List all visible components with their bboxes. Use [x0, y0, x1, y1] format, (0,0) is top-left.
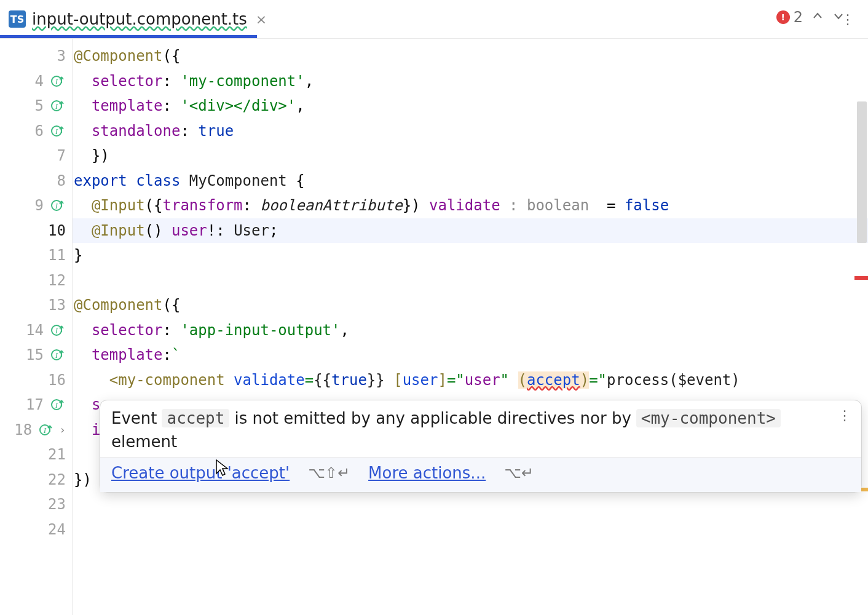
gutter-row[interactable]: 5I — [0, 93, 72, 119]
line-number: 4 — [35, 73, 44, 90]
code-line: selector: 'app-input-output', — [73, 318, 868, 343]
code-line: selector: 'my-component', — [73, 69, 868, 94]
gutter-row[interactable]: 17I — [0, 392, 72, 418]
popup-kebab-icon[interactable]: ⋮ — [838, 408, 851, 423]
line-number: 9 — [35, 197, 44, 214]
code-line: } — [73, 243, 868, 268]
line-number: 23 — [48, 496, 66, 513]
line-number: 15 — [26, 346, 44, 363]
line-number: 18 — [14, 421, 32, 438]
gutter-row[interactable]: 12 — [0, 268, 72, 293]
line-number: 24 — [48, 521, 66, 538]
svg-text:I: I — [43, 426, 47, 435]
line-number: 13 — [48, 296, 66, 314]
tab[interactable]: TS input-output.component.ts × — [0, 0, 278, 38]
implement-icon[interactable]: I — [49, 73, 66, 90]
implement-icon[interactable]: I — [49, 97, 66, 114]
code-line — [73, 492, 868, 517]
gutter-row[interactable]: 10 — [0, 218, 72, 244]
gutter-row[interactable]: 9I — [0, 193, 72, 218]
cursor-icon — [214, 459, 230, 480]
code-line: @Component({ — [73, 293, 868, 318]
code-line: export class MyComponent { — [73, 169, 868, 194]
inspections-widget[interactable]: ! 2 — [776, 9, 845, 26]
line-number: 8 — [57, 172, 66, 189]
line-number: 7 — [57, 147, 66, 164]
gutter-row[interactable]: 4I — [0, 69, 72, 94]
gutter-row[interactable]: 21 — [0, 442, 72, 467]
gutter-row[interactable]: 8 — [0, 169, 72, 194]
gutter-row[interactable]: 23 — [0, 492, 72, 517]
gutter-row[interactable]: 18I› — [0, 418, 72, 443]
line-number: 12 — [48, 272, 66, 289]
code-chip: accept — [162, 409, 229, 427]
implement-icon[interactable]: I — [49, 197, 66, 214]
svg-text:I: I — [55, 127, 58, 136]
quickfix-more-actions[interactable]: More actions... — [368, 464, 486, 482]
gutter-row[interactable]: 7 — [0, 143, 72, 169]
line-number: 3 — [57, 47, 66, 65]
svg-text:I: I — [55, 351, 58, 360]
code-line: template: '<div></div>', — [73, 93, 868, 119]
tab-active-underline — [0, 35, 257, 38]
scrollbar-thumb[interactable] — [857, 101, 867, 243]
gutter-row[interactable]: 3 — [0, 44, 72, 69]
code-line: standalone: true — [73, 119, 868, 144]
error-icon: ! — [776, 10, 790, 24]
code-line: }) — [73, 143, 868, 169]
svg-text:I: I — [55, 77, 58, 86]
svg-text:I: I — [55, 400, 58, 410]
line-number: 17 — [26, 396, 44, 413]
code-line: template:` — [73, 343, 868, 368]
gutter-row[interactable]: 15I — [0, 343, 72, 368]
code-line — [73, 268, 868, 293]
implement-icon[interactable]: I — [37, 421, 54, 438]
gutter-row[interactable]: 11 — [0, 243, 72, 268]
quickfix-create-output[interactable]: Create output 'accept' — [111, 464, 290, 482]
marker-bar[interactable] — [854, 40, 868, 615]
next-problem-icon[interactable] — [832, 10, 845, 25]
implement-icon[interactable]: I — [49, 122, 66, 140]
prev-problem-icon[interactable] — [811, 10, 824, 25]
gutter-row[interactable]: 22 — [0, 467, 72, 493]
error-marker[interactable] — [854, 276, 868, 280]
fold-icon[interactable]: › — [59, 423, 66, 436]
svg-text:I: I — [55, 326, 58, 335]
gutter-row[interactable]: 14I — [0, 318, 72, 343]
code-line: @Component({ — [73, 44, 868, 69]
code-pane[interactable]: @Component({ selector: 'my-component', t… — [73, 39, 868, 615]
line-number: 10 — [48, 222, 66, 239]
tab-bar: TS input-output.component.ts × ⋮ — [0, 0, 868, 39]
line-number: 5 — [35, 97, 44, 114]
code-line: <my-component validate={{true}} [user]="… — [73, 368, 868, 393]
line-number: 11 — [48, 247, 66, 264]
implement-icon[interactable]: I — [49, 322, 66, 339]
code-line: @Input({transform: booleanAttribute}) va… — [73, 193, 868, 218]
gutter-row[interactable]: 13 — [0, 293, 72, 318]
code-line: @Input() user!: User; — [73, 218, 868, 244]
editor-area: 34I5I6I789I1011121314I15I1617I18I›212223… — [0, 39, 868, 615]
gutter-row[interactable]: 16 — [0, 368, 72, 393]
shortcut-label: ⌥⇧↵ — [308, 464, 350, 482]
gutter-row[interactable]: 6I — [0, 119, 72, 144]
line-number: 14 — [26, 322, 44, 339]
quickfix-message: Event accept is not emitted by any appli… — [100, 400, 861, 457]
ts-file-icon: TS — [9, 10, 26, 28]
line-number: 16 — [48, 371, 66, 389]
line-number: 22 — [48, 471, 66, 488]
gutter-row[interactable]: 24 — [0, 517, 72, 542]
svg-text:I: I — [55, 101, 58, 111]
code-chip: <my-component> — [636, 409, 781, 427]
error-count: 2 — [794, 9, 803, 26]
shortcut-label: ⌥↵ — [504, 464, 534, 482]
line-number: 21 — [48, 446, 66, 463]
close-icon[interactable]: × — [253, 9, 269, 30]
gutter: 34I5I6I789I1011121314I15I1617I18I›212223… — [0, 39, 73, 615]
line-number: 6 — [35, 122, 44, 140]
tab-title: input-output.component.ts — [32, 10, 247, 28]
svg-text:I: I — [55, 201, 58, 210]
error-badge[interactable]: ! 2 — [776, 9, 803, 26]
implement-icon[interactable]: I — [49, 396, 66, 413]
implement-icon[interactable]: I — [49, 346, 66, 363]
code-line — [73, 517, 868, 542]
